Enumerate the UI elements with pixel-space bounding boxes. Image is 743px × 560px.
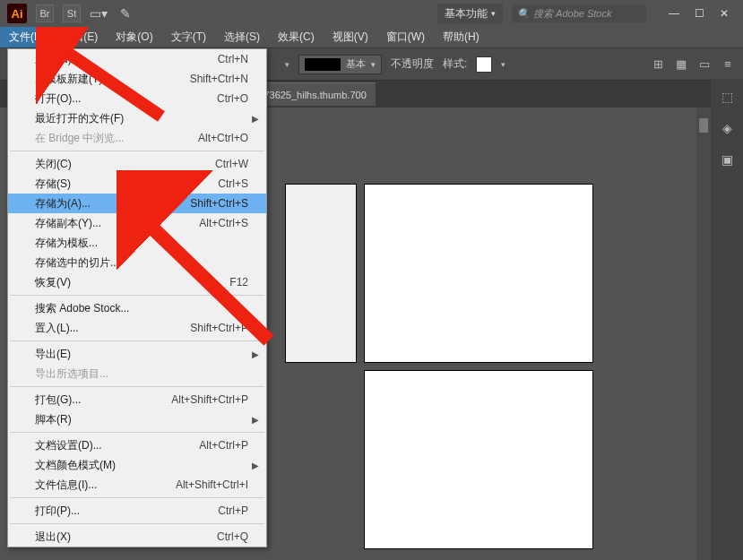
menu-item-label: 文档颜色模式(M)	[35, 458, 248, 473]
menu-item-shortcut: Ctrl+S	[218, 177, 248, 190]
menu-item-shortcut: Alt+Ctrl+O	[198, 132, 248, 144]
menu-edit[interactable]: 编辑(E)	[53, 27, 107, 47]
menu-item-23[interactable]: 文档设置(D)...Alt+Ctrl+P	[8, 435, 266, 455]
opacity-label: 不透明度	[391, 56, 434, 72]
menu-item-label: 文档设置(D)...	[35, 438, 199, 453]
menu-item-shortcut: Ctrl+W	[215, 158, 248, 170]
menu-type[interactable]: 文字(T)	[162, 27, 215, 47]
menu-separator	[10, 497, 264, 498]
title-bar: Ai Br St ▭▾ ✎ 基本功能 ▾ 🔍 搜索 Adobe Stock — …	[0, 0, 743, 27]
menu-item-label: 存储为(A)...	[35, 196, 190, 211]
style-label: 样式:	[443, 56, 467, 72]
transform-icon[interactable]: ▦	[673, 56, 689, 73]
menu-separator	[10, 151, 264, 151]
menu-item-2[interactable]: 打开(O)...Ctrl+O	[8, 89, 266, 108]
chevron-down-icon[interactable]: ▾	[285, 60, 289, 69]
menu-item-7[interactable]: 存储(S)Ctrl+S	[8, 174, 266, 194]
menu-file[interactable]: 文件(F)	[0, 27, 53, 47]
menu-item-14[interactable]: 搜索 Adobe Stock...	[8, 298, 266, 318]
layers-icon[interactable]: ◈	[718, 119, 736, 137]
artboards-icon[interactable]: ▣	[718, 151, 736, 168]
menu-item-shortcut: Ctrl+Q	[217, 530, 248, 543]
menu-item-3[interactable]: 最近打开的文件(F)▶	[8, 108, 266, 128]
scroll-thumb[interactable]	[699, 118, 708, 133]
menu-item-label: 打包(G)...	[35, 392, 171, 408]
menu-window[interactable]: 窗口(W)	[377, 27, 434, 47]
menu-item-label: 从模板新建(T)...	[35, 72, 190, 87]
menu-item-shortcut: Alt+Shift+Ctrl+I	[176, 478, 248, 491]
menu-separator	[10, 523, 264, 524]
maximize-button[interactable]: ☐	[687, 5, 711, 22]
menu-item-1[interactable]: 从模板新建(T)...Shift+Ctrl+N	[8, 69, 266, 89]
menu-separator	[10, 432, 264, 433]
chevron-down-icon: ▾	[491, 9, 496, 18]
align-icon[interactable]: ⊞	[650, 56, 666, 73]
menu-item-label: 新建(N)...	[35, 52, 218, 67]
menu-object[interactable]: 对象(O)	[107, 27, 161, 47]
stroke-label: 基本	[346, 57, 366, 71]
menu-item-label: 导出(E)	[35, 347, 248, 362]
minimize-button[interactable]: —	[662, 5, 686, 22]
menu-item-shortcut: Alt+Shift+Ctrl+P	[171, 393, 248, 406]
menu-item-label: 关闭(C)	[35, 157, 215, 172]
menu-item-20[interactable]: 打包(G)...Alt+Shift+Ctrl+P	[8, 390, 266, 409]
menu-item-15[interactable]: 置入(L)...Shift+Ctrl+P	[8, 318, 266, 338]
brush-icon[interactable]: ✎	[117, 4, 134, 22]
prefs-icon[interactable]: ≡	[720, 56, 736, 73]
arrange-icon[interactable]: ▭▾	[90, 4, 108, 22]
app-logo: Ai	[7, 4, 27, 23]
submenu-arrow-icon: ▶	[252, 415, 259, 425]
artboard-2[interactable]	[364, 184, 593, 363]
bridge-icon[interactable]: Br	[36, 4, 54, 22]
menu-item-6[interactable]: 关闭(C)Ctrl+W	[8, 154, 266, 174]
menu-item-27[interactable]: 打印(P)...Ctrl+P	[8, 501, 266, 521]
menu-item-21[interactable]: 脚本(R)▶	[8, 409, 266, 429]
menu-item-18: 导出所选项目...	[8, 364, 266, 383]
menu-item-shortcut: Ctrl+P	[218, 504, 248, 517]
menu-item-shortcut: Shift+Ctrl+S	[190, 197, 248, 210]
menu-item-label: 置入(L)...	[35, 321, 190, 336]
menu-item-shortcut: Ctrl+N	[218, 53, 248, 65]
artboard-3[interactable]	[364, 370, 593, 549]
menu-item-29[interactable]: 退出(X)Ctrl+Q	[8, 527, 266, 547]
menu-item-label: 文件信息(I)...	[35, 478, 176, 493]
stock-icon[interactable]: St	[63, 4, 81, 22]
menu-item-4: 在 Bridge 中浏览...Alt+Ctrl+O	[8, 128, 266, 148]
search-input[interactable]: 🔍 搜索 Adobe Stock	[512, 4, 646, 22]
vertical-scrollbar[interactable]	[696, 108, 711, 560]
workspace-label: 基本功能	[445, 6, 488, 22]
menu-item-9[interactable]: 存储副本(Y)...Alt+Ctrl+S	[8, 213, 266, 233]
menu-help[interactable]: 帮助(H)	[434, 27, 488, 47]
stroke-profile[interactable]: 基本 ▾	[298, 55, 382, 74]
menu-item-12[interactable]: 恢复(V)F12	[8, 272, 266, 292]
menu-select[interactable]: 选择(S)	[215, 27, 269, 47]
libraries-icon[interactable]: ⬚	[718, 88, 736, 106]
menu-item-11[interactable]: 存储选中的切片...	[8, 253, 266, 272]
menu-item-17[interactable]: 导出(E)▶	[8, 344, 266, 364]
artboard-1[interactable]	[285, 184, 357, 363]
close-button[interactable]: ✕	[713, 5, 736, 22]
menu-item-label: 导出所选项目...	[35, 366, 248, 382]
menu-item-0[interactable]: 新建(N)...Ctrl+N	[8, 49, 266, 69]
menu-item-10[interactable]: 存储为模板...	[8, 233, 266, 253]
submenu-arrow-icon: ▶	[252, 114, 259, 124]
isolate-icon[interactable]: ▭	[696, 56, 713, 73]
submenu-arrow-icon: ▶	[252, 349, 259, 359]
menu-item-shortcut: Alt+Ctrl+S	[199, 217, 248, 229]
menu-item-label: 打开(O)...	[35, 91, 217, 107]
search-placeholder: 搜索 Adobe Stock	[533, 7, 611, 21]
menu-item-24[interactable]: 文档颜色模式(M)▶	[8, 455, 266, 475]
chevron-down-icon[interactable]: ▾	[501, 60, 505, 69]
menu-separator	[10, 340, 264, 341]
menu-item-label: 存储(S)	[35, 177, 218, 192]
menu-item-label: 在 Bridge 中浏览...	[35, 131, 198, 146]
menu-separator	[10, 295, 264, 296]
menu-item-8[interactable]: 存储为(A)...Shift+Ctrl+S	[8, 194, 266, 213]
menu-item-label: 存储选中的切片...	[35, 255, 248, 271]
style-swatch[interactable]	[476, 56, 492, 73]
menu-item-25[interactable]: 文件信息(I)...Alt+Shift+Ctrl+I	[8, 475, 266, 495]
workspace-switcher[interactable]: 基本功能 ▾	[437, 4, 503, 24]
menu-view[interactable]: 视图(V)	[324, 27, 377, 47]
submenu-arrow-icon: ▶	[252, 461, 259, 470]
menu-effect[interactable]: 效果(C)	[269, 27, 324, 47]
